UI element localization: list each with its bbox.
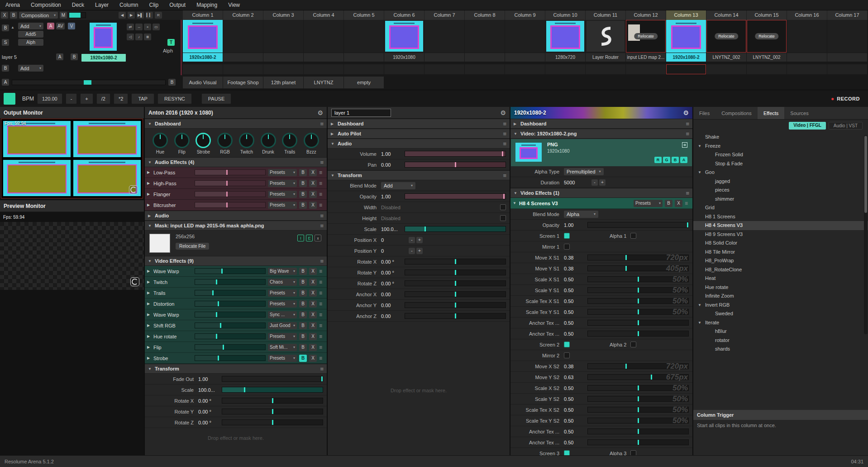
clip-label-4[interactable] [304, 53, 343, 62]
clip-label-5[interactable] [344, 53, 384, 62]
effect-slider[interactable] [195, 279, 266, 285]
menu-icon[interactable]: ≡ [319, 279, 324, 285]
triangle-right-icon[interactable]: ▶ [147, 203, 151, 207]
triangle-down-icon[interactable]: ▼ [698, 142, 701, 151]
clip-slot2-7[interactable] [424, 64, 464, 74]
clip-label-3[interactable] [263, 53, 303, 62]
param-slider[interactable] [405, 151, 506, 157]
decrement-button[interactable]: - [409, 248, 415, 254]
clip-direction-pingpong-icon[interactable]: ↔ [135, 24, 143, 30]
deck-tab-audio-visual[interactable]: Audio Visual [183, 77, 223, 88]
column-header-11[interactable]: Column 11 [586, 10, 625, 20]
clip-label-17[interactable] [827, 53, 867, 62]
menu-mapping[interactable]: Mapping [191, 0, 223, 10]
preset-dropdown[interactable]: Presets▾ [268, 180, 297, 187]
relocate-button[interactable]: Relocate [715, 33, 738, 39]
dial-knob-icon[interactable] [174, 133, 190, 148]
column-header-12[interactable]: Column 12 [626, 10, 666, 20]
video-ffgl-toggle[interactable]: Video | FFGL [789, 122, 826, 130]
param-value[interactable]: 1.00 [198, 376, 222, 382]
menu-layer[interactable]: Layer [90, 0, 114, 10]
column-header-5[interactable]: Column 5 [344, 10, 384, 20]
param-slider[interactable] [222, 419, 323, 425]
bpm-increase-button[interactable]: + [80, 93, 93, 104]
bypass-button[interactable]: B [299, 355, 307, 362]
checkbox[interactable] [564, 450, 570, 455]
clip-slot2-6[interactable] [384, 64, 424, 74]
menu-icon[interactable]: ≡ [319, 344, 324, 351]
checkbox[interactable] [564, 244, 570, 250]
param-value[interactable]: 0.00 [381, 162, 405, 168]
section-audio-effects[interactable]: ▼ Audio Effects (4) ≡ [145, 157, 327, 167]
effect-item-iterate[interactable]: ▼Iterate [693, 318, 868, 327]
active-clip-label[interactable]: 1920x1080-2 [81, 54, 126, 62]
param-slider[interactable] [587, 396, 689, 402]
layer-blend-dropdown[interactable]: Add▾ [18, 23, 43, 29]
clip-slot-13[interactable] [666, 20, 706, 53]
mask-thumbnail[interactable] [149, 234, 170, 253]
clip-label-1[interactable]: 1920x1080-2 [183, 53, 223, 62]
param-value[interactable]: 100.0... [198, 387, 222, 393]
param-slider[interactable] [587, 309, 689, 315]
record-arm-icon[interactable]: R [155, 12, 162, 19]
param-value[interactable]: 0.38 [564, 364, 587, 369]
section-dashboard[interactable]: ▼ Dashboard ≡ [145, 119, 327, 129]
column-header-8[interactable]: Column 8 [465, 10, 505, 20]
param-slider[interactable] [405, 280, 506, 286]
param-value[interactable]: 0.00 ° [198, 409, 222, 414]
previous-column-icon[interactable]: ◀ [119, 12, 126, 19]
clip-slot-10[interactable] [545, 20, 585, 53]
clear-button[interactable]: X [309, 355, 317, 362]
param-value[interactable]: 1.00 [564, 222, 587, 228]
checkbox[interactable] [630, 450, 636, 455]
tab-effects[interactable]: Effects [758, 107, 784, 119]
menu-icon[interactable]: ≡ [320, 212, 324, 219]
checkbox[interactable] [564, 233, 570, 239]
triangle-down-icon[interactable]: ▼ [698, 318, 701, 327]
param-slider[interactable] [587, 331, 689, 337]
clip-slot-7[interactable] [424, 20, 464, 53]
param-slider[interactable] [587, 428, 689, 434]
effect-slider[interactable] [195, 180, 266, 186]
bypass-button[interactable]: B [299, 311, 307, 318]
clip-slot2-11[interactable] [586, 64, 625, 74]
section-autopilot[interactable]: ▶ Auto Pilot ≡ [328, 129, 510, 139]
section-mask[interactable]: ▼ Mask: input LED map 2015-06 mask aphla… [145, 221, 327, 231]
effect-item-hblur[interactable]: hBlur [693, 327, 868, 336]
effect-item-heat[interactable]: Heat [693, 274, 868, 283]
next-column-icon[interactable]: ▶▌ [137, 12, 144, 19]
triangle-down-icon[interactable]: ▼ [148, 224, 152, 228]
effect-item-shake[interactable]: Shake [693, 133, 868, 142]
clip-slot-4[interactable] [304, 20, 343, 53]
triangle-right-icon[interactable]: ▶ [147, 170, 151, 174]
layer-bypass-button[interactable]: B [2, 24, 9, 31]
clip-slot-16[interactable] [787, 20, 827, 53]
dashboard-dial-flip[interactable]: Flip [172, 133, 192, 154]
menu-icon[interactable]: ≡ [319, 333, 324, 340]
param-value[interactable]: 0.50 [564, 396, 587, 402]
preset-dropdown[interactable]: Presets▾ [268, 202, 297, 209]
param-value[interactable]: 0.50 [564, 429, 587, 434]
clip-label-15[interactable]: LNYTNZ_002 [747, 53, 787, 62]
clip-slot2-10[interactable] [545, 64, 585, 74]
effect-item-shards[interactable]: shards [693, 345, 868, 354]
triangle-right-icon[interactable]: ▶ [147, 181, 151, 185]
pause-button[interactable]: PAUSE [201, 93, 231, 104]
bypass-button[interactable]: B [299, 268, 307, 275]
bypass-button[interactable]: B [665, 200, 672, 207]
effect-header-row[interactable]: ▼ H8 4 Screens V3 Presets▾ B X ≡ [510, 198, 692, 209]
triangle-right-icon[interactable]: ▶ [148, 214, 152, 218]
dial-knob-icon[interactable] [304, 133, 319, 148]
scrollbar[interactable] [864, 135, 868, 334]
param-value[interactable]: 0 [381, 248, 405, 254]
preset-dropdown[interactable]: Just Good▾ [268, 322, 297, 329]
menu-icon[interactable]: ≡ [319, 312, 324, 318]
param-slider[interactable] [587, 363, 689, 369]
deck-b-button[interactable]: B [10, 12, 17, 19]
mask-button-i[interactable]: I [297, 235, 304, 241]
param-slider[interactable] [587, 439, 689, 445]
menu-icon[interactable]: ≡ [320, 222, 324, 229]
layer2-bypass-button[interactable]: B [2, 65, 9, 72]
decrement-button[interactable]: - [409, 237, 415, 243]
param-slider[interactable] [587, 374, 689, 380]
